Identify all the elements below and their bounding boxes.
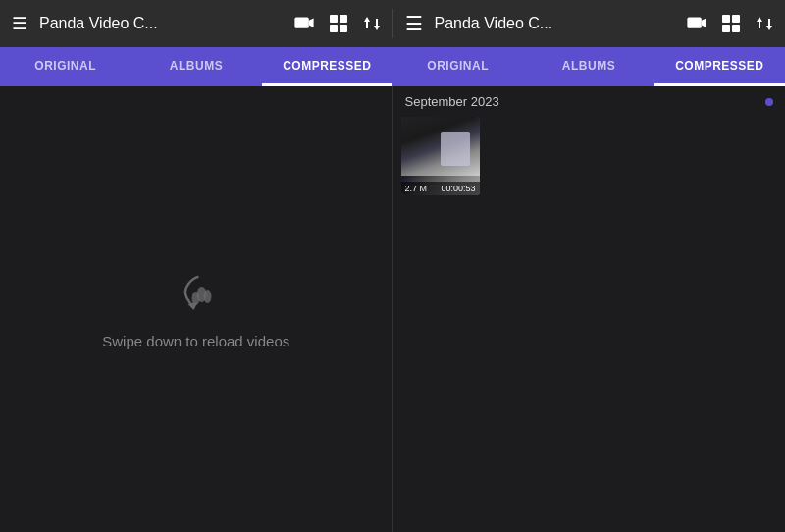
tab-section-right: ORIGINAL ALBUMS COMPRESSED bbox=[392, 47, 785, 86]
app-title-right: Panda Video C... bbox=[435, 15, 676, 32]
svg-point-22 bbox=[192, 292, 200, 305]
svg-rect-4 bbox=[330, 25, 338, 32]
video-size: 2.7 M bbox=[405, 184, 428, 193]
svg-point-23 bbox=[204, 290, 212, 303]
list-icon-right[interactable]: ☰ bbox=[401, 8, 427, 39]
right-pane: September 2023 2.7 M 00:00:53 bbox=[393, 86, 786, 532]
grid-icon-right[interactable] bbox=[718, 11, 744, 36]
thumb-overlay: 2.7 M 00:00:53 bbox=[401, 182, 480, 195]
sort-icon-right[interactable] bbox=[752, 11, 777, 36]
left-pane: Swipe down to reload videos bbox=[0, 86, 393, 532]
tab-bar: ORIGINAL ALBUMS COMPRESSED ORIGINAL ALBU… bbox=[0, 47, 785, 86]
svg-marker-19 bbox=[766, 26, 772, 30]
tab-section-left: ORIGINAL ALBUMS COMPRESSED bbox=[0, 47, 392, 86]
svg-rect-2 bbox=[330, 15, 338, 23]
svg-rect-12 bbox=[722, 15, 730, 23]
tab-right-compressed[interactable]: COMPRESSED bbox=[654, 47, 785, 86]
svg-rect-13 bbox=[732, 15, 740, 23]
camera-icon-left[interactable] bbox=[290, 12, 318, 35]
section-title: September 2023 bbox=[405, 94, 499, 109]
svg-rect-10 bbox=[687, 18, 701, 28]
section-header: September 2023 bbox=[393, 86, 786, 117]
top-bar-left: ☰ Panda Video C... bbox=[8, 9, 393, 38]
svg-rect-5 bbox=[340, 25, 347, 32]
menu-icon[interactable]: ☰ bbox=[8, 9, 31, 38]
top-bar: ☰ Panda Video C... ☰ bbox=[0, 0, 785, 47]
svg-rect-0 bbox=[294, 18, 308, 28]
dot-indicator bbox=[765, 98, 773, 106]
swipe-icon bbox=[177, 269, 216, 321]
svg-rect-3 bbox=[340, 15, 347, 23]
camera-icon-right[interactable] bbox=[683, 12, 710, 35]
video-thumbnail[interactable]: 2.7 M 00:00:53 bbox=[401, 117, 480, 195]
tab-right-original[interactable]: ORIGINAL bbox=[392, 47, 523, 86]
svg-rect-14 bbox=[722, 25, 730, 32]
svg-marker-17 bbox=[757, 17, 762, 22]
video-duration: 00:00:53 bbox=[441, 184, 475, 193]
svg-marker-7 bbox=[364, 17, 370, 22]
svg-marker-9 bbox=[374, 26, 380, 30]
video-grid: 2.7 M 00:00:53 bbox=[393, 117, 786, 195]
svg-marker-11 bbox=[702, 18, 706, 27]
sort-icon-left[interactable] bbox=[359, 11, 385, 36]
swipe-down-text: Swipe down to reload videos bbox=[102, 333, 289, 349]
svg-marker-1 bbox=[308, 18, 313, 27]
swipe-down-container: Swipe down to reload videos bbox=[102, 269, 289, 349]
svg-rect-15 bbox=[732, 25, 740, 32]
app-title-left: Panda Video C... bbox=[39, 15, 283, 32]
tab-left-compressed[interactable]: COMPRESSED bbox=[262, 47, 392, 86]
tab-left-albums[interactable]: ALBUMS bbox=[131, 47, 261, 86]
grid-icon-left[interactable] bbox=[326, 11, 351, 36]
top-bar-right: ☰ Panda Video C... bbox=[393, 8, 778, 39]
tab-left-original[interactable]: ORIGINAL bbox=[0, 47, 131, 86]
tab-right-albums[interactable]: ALBUMS bbox=[523, 47, 654, 86]
main-content: Swipe down to reload videos September 20… bbox=[0, 86, 785, 532]
